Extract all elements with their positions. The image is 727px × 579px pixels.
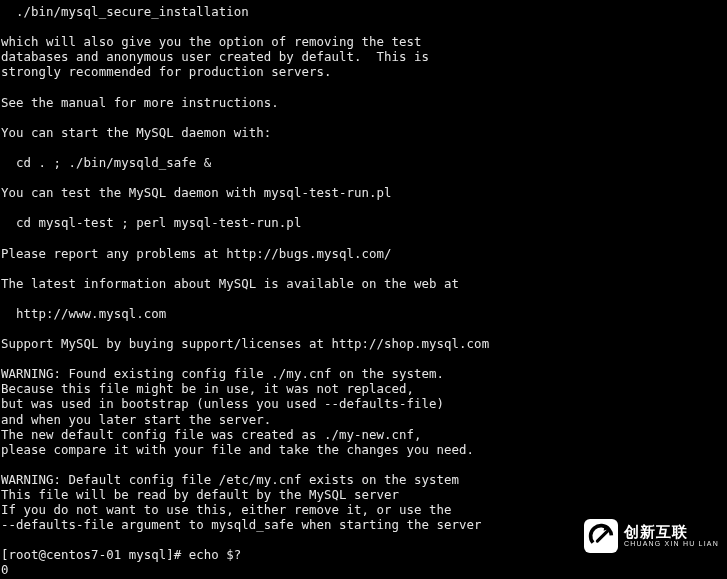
- terminal-line: [1, 110, 726, 125]
- terminal-line: cd mysql-test ; perl mysql-test-run.pl: [1, 215, 726, 230]
- terminal-line: 0: [1, 562, 726, 577]
- terminal-line: please compare it with your file and tak…: [1, 442, 726, 457]
- terminal-line: [1, 79, 726, 94]
- terminal-line: [1, 351, 726, 366]
- terminal-line: [1, 457, 726, 472]
- terminal-line: [1, 170, 726, 185]
- terminal-line: Support MySQL by buying support/licenses…: [1, 336, 726, 351]
- terminal-line: The new default config file was created …: [1, 427, 726, 442]
- terminal-line: and when you later start the server.: [1, 412, 726, 427]
- terminal-line: Please report any problems at http://bug…: [1, 246, 726, 261]
- terminal-line: [1, 19, 726, 34]
- terminal-output[interactable]: ./bin/mysql_secure_installation which wi…: [0, 0, 727, 579]
- terminal-line: This file will be read by default by the…: [1, 487, 726, 502]
- watermark-brand-cn: 创新互联: [624, 524, 719, 540]
- svg-line-2: [597, 531, 607, 541]
- terminal-line: [1, 230, 726, 245]
- terminal-line: WARNING: Found existing config file ./my…: [1, 366, 726, 381]
- terminal-line: WARNING: Default config file /etc/my.cnf…: [1, 472, 726, 487]
- terminal-line: which will also give you the option of r…: [1, 34, 726, 49]
- terminal-line: The latest information about MySQL is av…: [1, 276, 726, 291]
- terminal-line: See the manual for more instructions.: [1, 95, 726, 110]
- terminal-line: http://www.mysql.com: [1, 306, 726, 321]
- terminal-line: databases and anonymous user created by …: [1, 49, 726, 64]
- terminal-line: ./bin/mysql_secure_installation: [1, 4, 726, 19]
- terminal-line: If you do not want to use this, either r…: [1, 502, 726, 517]
- terminal-line: Because this file might be in use, it wa…: [1, 381, 726, 396]
- terminal-line: [1, 291, 726, 306]
- terminal-line: but was used in bootstrap (unless you us…: [1, 396, 726, 411]
- terminal-line: [1, 140, 726, 155]
- terminal-line: cd . ; ./bin/mysqld_safe &: [1, 155, 726, 170]
- terminal-line: [1, 321, 726, 336]
- terminal-line: You can test the MySQL daemon with mysql…: [1, 185, 726, 200]
- terminal-line: [1, 200, 726, 215]
- terminal-line: [1, 261, 726, 276]
- watermark-brand-en: CHUANG XIN HU LIAN: [624, 540, 719, 547]
- watermark: 创新互联 CHUANG XIN HU LIAN: [584, 519, 719, 553]
- terminal-line: strongly recommended for production serv…: [1, 64, 726, 79]
- terminal-line: You can start the MySQL daemon with:: [1, 125, 726, 140]
- watermark-logo-icon: [584, 519, 618, 553]
